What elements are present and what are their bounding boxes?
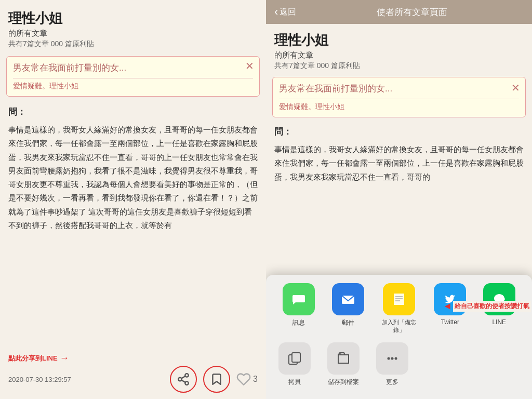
more-icon bbox=[376, 342, 408, 375]
share-item-message[interactable]: 訊息 bbox=[283, 283, 315, 334]
share-row-1: 訊息 郵件 bbox=[266, 283, 532, 342]
left-toast-close[interactable]: ✕ bbox=[245, 61, 254, 71]
annotation-text: 給自己喜歡的使者按讚打氣 bbox=[453, 301, 531, 312]
share-item-copy[interactable]: 拷貝 bbox=[278, 342, 311, 387]
bookmark-button[interactable] bbox=[203, 366, 230, 393]
share-annotation-arrow: → bbox=[60, 353, 69, 364]
right-article-content: 事情是這樣的，我哥女人緣滿好的常換女友，且哥哥的每一任女朋友都會來住我們家，每一… bbox=[274, 143, 524, 184]
copy-label: 拷貝 bbox=[288, 378, 301, 387]
right-question-label: 問： bbox=[274, 126, 524, 138]
share-label-line: LINE bbox=[492, 318, 506, 326]
right-article-toast[interactable]: 男友常在我面前打量別的女... ✕ 愛情疑難。理性小姐 bbox=[272, 77, 526, 117]
left-bottom-bar: 點此分享到LINE → 2020-07-30 13:29:57 bbox=[0, 349, 266, 399]
like-count: 3 bbox=[253, 375, 258, 384]
share-label-message: 訊息 bbox=[292, 318, 305, 327]
svg-point-20 bbox=[395, 357, 397, 360]
more-label: 更多 bbox=[386, 378, 398, 387]
nav-title: 使者所有文章頁面 bbox=[300, 6, 524, 18]
share-item-more[interactable]: 更多 bbox=[376, 342, 408, 387]
save-files-label: 儲存到檔案 bbox=[328, 378, 359, 387]
share-item-notes[interactable]: 加入到「備忘錄」 bbox=[381, 283, 417, 334]
right-article-body: 問： 事情是這樣的，我哥女人緣滿好的常換女友，且哥哥的每一任女朋友都會來住我們家… bbox=[266, 121, 532, 189]
right-header: 理性小姐 的所有文章 共有7篇文章 000 篇原利貼 bbox=[266, 24, 532, 74]
share-label-mail: 郵件 bbox=[342, 318, 354, 327]
svg-rect-9 bbox=[394, 294, 404, 305]
right-title: 理性小姐 bbox=[274, 31, 524, 49]
svg-line-3 bbox=[181, 380, 185, 382]
left-toast-category: 愛情疑難。理性小姐 bbox=[13, 78, 253, 91]
save-files-icon bbox=[327, 342, 360, 375]
left-title: 理性小姐 bbox=[8, 9, 258, 28]
share-sheet: 訊息 郵件 bbox=[266, 275, 532, 399]
right-nav: ‹ 返回 使者所有文章頁面 bbox=[266, 0, 532, 24]
right-toast-close[interactable]: ✕ bbox=[511, 82, 520, 94]
like-button[interactable]: 3 bbox=[236, 372, 258, 387]
left-article-content: 事情是這樣的，我哥女人緣滿好的常換女友，且哥哥的每一任女朋友都會來住我們家，每一… bbox=[8, 123, 258, 232]
left-question-label: 問： bbox=[8, 106, 258, 118]
share-label-twitter: Twitter bbox=[441, 318, 459, 326]
left-bottom-actions: 2020-07-30 13:29:57 3 bbox=[8, 366, 258, 393]
left-article-toast[interactable]: 男友常在我面前打量別的女... ✕ 愛情疑難。理性小姐 bbox=[6, 56, 260, 97]
svg-point-19 bbox=[391, 357, 394, 360]
back-label: 返回 bbox=[280, 7, 296, 18]
back-button[interactable]: ‹ 返回 bbox=[274, 5, 296, 19]
notes-icon bbox=[383, 283, 415, 315]
annotation-arrow: ◄ bbox=[443, 301, 452, 312]
copy-icon bbox=[278, 342, 311, 375]
share-annotation-text: 點此分享到LINE bbox=[8, 354, 58, 363]
svg-line-4 bbox=[181, 376, 185, 378]
left-subtitle: 的所有文章 bbox=[8, 29, 258, 38]
svg-rect-16 bbox=[292, 353, 300, 362]
left-panel: 理性小姐 的所有文章 共有7篇文章 000 篇原利貼 男友常在我面前打量別的女.… bbox=[0, 0, 266, 399]
svg-point-18 bbox=[388, 357, 390, 360]
message-icon bbox=[283, 283, 315, 315]
left-toast-title: 男友常在我面前打量別的女... bbox=[13, 62, 253, 74]
right-subtitle: 的所有文章 bbox=[274, 50, 524, 60]
share-item-mail[interactable]: 郵件 bbox=[332, 283, 364, 334]
left-article-body: 問： 事情是這樣的，我哥女人緣滿好的常換女友，且哥哥的每一任女朋友都會來住我們家… bbox=[0, 101, 266, 237]
right-panel: ‹ 返回 使者所有文章頁面 理性小姐 的所有文章 共有7篇文章 000 篇原利貼… bbox=[266, 0, 532, 399]
right-article-count: 共有7篇文章 000 篇原利貼 bbox=[274, 61, 524, 71]
left-header: 理性小姐 的所有文章 共有7篇文章 000 篇原利貼 bbox=[0, 0, 266, 52]
left-share-annotation: 點此分享到LINE → bbox=[8, 353, 258, 364]
share-row-2: 拷貝 儲存到檔案 bbox=[266, 342, 532, 395]
back-chevron: ‹ bbox=[274, 5, 278, 19]
share-item-save-files[interactable]: 儲存到檔案 bbox=[327, 342, 360, 387]
left-article-count: 共有7篇文章 000 篇原利貼 bbox=[8, 39, 258, 49]
share-label-notes: 加入到「備忘錄」 bbox=[381, 318, 417, 334]
mail-icon bbox=[332, 283, 364, 315]
share-button[interactable] bbox=[170, 366, 197, 393]
annotation-like: ◄ 給自己喜歡的使者按讚打氣 bbox=[443, 301, 531, 312]
left-timestamp: 2020-07-30 13:29:57 bbox=[8, 376, 164, 383]
right-toast-category: 愛情疑難。理性小姐 bbox=[279, 99, 519, 112]
right-toast-title: 男友常在我面前打量別的女... bbox=[279, 83, 519, 95]
